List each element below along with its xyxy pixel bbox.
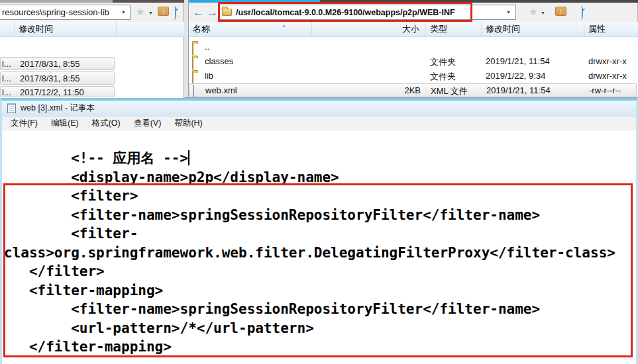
table-row[interactable]: l... 2017/8/31, 8:55 <box>0 57 115 70</box>
table-row[interactable]: .. <box>189 40 637 54</box>
refresh-icon[interactable] <box>174 6 176 20</box>
favorites-chevron-down-icon[interactable]: ▼ <box>541 11 545 15</box>
local-header-name-truncated[interactable] <box>0 22 15 36</box>
notepad-titlebar[interactable]: web [3].xml - 记事本 <box>2 101 636 116</box>
local-file-list: l... 2017/8/31, 8:55 l... 2017/8/31, 8:5… <box>0 37 184 98</box>
table-row[interactable]: l... 2017/8/31, 8:55 <box>0 71 115 85</box>
favorites-star-icon[interactable]: ★ <box>136 7 144 17</box>
back-icon[interactable]: ← <box>193 7 204 18</box>
session-tab-strip-dark <box>320 0 638 3</box>
table-row-selected[interactable]: web.xml 2KB XML 文件 2019/1/21, 11:54 -rw-… <box>189 83 637 97</box>
menu-file[interactable]: 文件(F) <box>4 116 44 130</box>
menu-edit[interactable]: 编辑(E) <box>44 116 85 130</box>
table-row[interactable]: lib 文件夹 2019/1/22, 9:34 drwxr-xr-x <box>189 69 637 83</box>
local-file-panel: resources\spring-session-lib ▼ ★ ▼ ↑ 修改时… <box>0 0 184 98</box>
open-directory-icon[interactable]: ↑ <box>555 7 566 16</box>
xml-document-text: <!-- 应用名 --> <display-name>p2p</display-… <box>2 130 636 357</box>
open-directory-icon[interactable]: ↑ <box>158 7 169 16</box>
file-icon <box>193 85 194 97</box>
notepad-icon <box>7 103 16 113</box>
remote-header-modified[interactable]: 修改时间 <box>482 22 584 36</box>
remote-path-combobox[interactable]: /usr/local/tomcat-9.0.0.M26-9100/webapps… <box>218 5 516 20</box>
remote-file-list: .. classes 文件夹 2019/1/21, 11:54 drwxr-xr… <box>189 37 638 97</box>
notepad-text-area[interactable]: <!-- 应用名 --> <display-name>p2p</display-… <box>2 130 636 363</box>
menu-help[interactable]: 帮助(H) <box>168 116 209 130</box>
local-path-combobox[interactable]: resources\spring-session-lib ▼ <box>0 5 131 20</box>
table-row[interactable]: l... 2017/12/2, 11:50 <box>0 86 115 97</box>
remote-list-header: 名称 ▲ 大小 类型 修改时间 属性 <box>189 22 638 37</box>
menu-view[interactable]: 查看(V) <box>127 116 168 130</box>
remote-header-attrs[interactable]: 属性 <box>584 22 638 36</box>
chevron-down-icon[interactable]: ▼ <box>506 10 511 15</box>
favorites-star-icon[interactable]: ★ <box>529 7 537 17</box>
menu-format[interactable]: 格式(O) <box>85 116 127 130</box>
session-tab-strip-gray <box>0 0 113 3</box>
chevron-down-icon[interactable]: ▼ <box>121 10 126 15</box>
forward-icon[interactable]: → <box>207 7 218 18</box>
remote-file-panel: ← → /usr/local/tomcat-9.0.0.M26-9100/web… <box>188 0 638 98</box>
session-tab-strip-blue <box>189 0 320 3</box>
remote-header-size[interactable]: 大小 <box>312 22 425 36</box>
sort-ascending-icon: ▲ <box>282 23 286 28</box>
refresh-icon[interactable] <box>580 6 583 20</box>
remote-header-name[interactable]: 名称 <box>189 22 312 36</box>
remote-header-type[interactable]: 类型 <box>425 22 482 36</box>
session-tab-strip-maroon <box>113 0 184 3</box>
text-caret <box>188 150 189 165</box>
notepad-menubar: 文件(F) 编辑(E) 格式(O) 查看(V) 帮助(H) <box>2 116 636 130</box>
notepad-window: web [3].xml - 记事本 文件(F) 编辑(E) 格式(O) 查看(V… <box>0 98 638 364</box>
favorites-chevron-down-icon[interactable]: ▼ <box>148 11 153 15</box>
remote-path-value: /usr/local/tomcat-9.0.0.M26-9100/webapps… <box>236 8 455 17</box>
local-path-value: resources\spring-session-lib <box>2 7 109 17</box>
window-title: web [3].xml - 记事本 <box>21 103 95 114</box>
folder-icon <box>222 9 232 16</box>
local-header-modified[interactable]: 修改时间 <box>15 22 117 36</box>
table-row[interactable]: classes 文件夹 2019/1/21, 11:54 drwxr-xr-x <box>189 54 637 69</box>
local-list-header: 修改时间 <box>0 22 184 37</box>
